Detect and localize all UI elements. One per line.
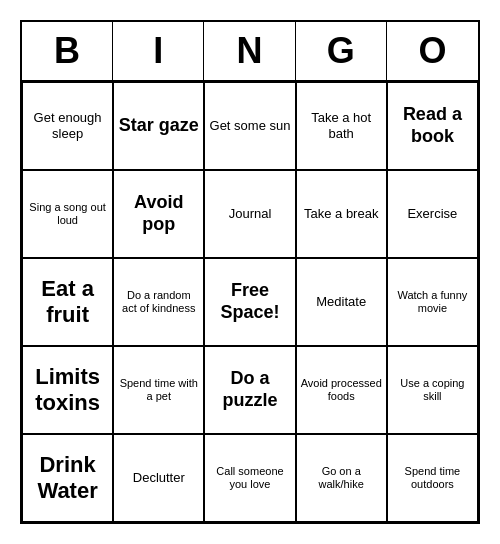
bingo-cell-2: Get some sun bbox=[204, 82, 295, 170]
bingo-cell-15: Limits toxins bbox=[22, 346, 113, 434]
bingo-cell-11: Do a random act of kindness bbox=[113, 258, 204, 346]
bingo-card: BINGO Get enough sleepStar gazeGet some … bbox=[20, 20, 480, 524]
bingo-cell-9: Exercise bbox=[387, 170, 478, 258]
bingo-cell-5: Sing a song out loud bbox=[22, 170, 113, 258]
bingo-cell-7: Journal bbox=[204, 170, 295, 258]
bingo-cell-16: Spend time with a pet bbox=[113, 346, 204, 434]
bingo-cell-3: Take a hot bath bbox=[296, 82, 387, 170]
bingo-cell-21: Declutter bbox=[113, 434, 204, 522]
bingo-cell-17: Do a puzzle bbox=[204, 346, 295, 434]
bingo-header: BINGO bbox=[22, 22, 478, 82]
bingo-cell-0: Get enough sleep bbox=[22, 82, 113, 170]
bingo-cell-22: Call someone you love bbox=[204, 434, 295, 522]
bingo-cell-19: Use a coping skill bbox=[387, 346, 478, 434]
bingo-cell-8: Take a break bbox=[296, 170, 387, 258]
header-letter-N: N bbox=[204, 22, 295, 80]
bingo-cell-1: Star gaze bbox=[113, 82, 204, 170]
bingo-grid: Get enough sleepStar gazeGet some sunTak… bbox=[22, 82, 478, 522]
header-letter-G: G bbox=[296, 22, 387, 80]
header-letter-O: O bbox=[387, 22, 478, 80]
bingo-cell-13: Meditate bbox=[296, 258, 387, 346]
bingo-cell-10: Eat a fruit bbox=[22, 258, 113, 346]
bingo-cell-20: Drink Water bbox=[22, 434, 113, 522]
bingo-cell-23: Go on a walk/hike bbox=[296, 434, 387, 522]
bingo-cell-14: Watch a funny movie bbox=[387, 258, 478, 346]
header-letter-B: B bbox=[22, 22, 113, 80]
bingo-cell-12: Free Space! bbox=[204, 258, 295, 346]
bingo-cell-18: Avoid processed foods bbox=[296, 346, 387, 434]
bingo-cell-4: Read a book bbox=[387, 82, 478, 170]
header-letter-I: I bbox=[113, 22, 204, 80]
bingo-cell-24: Spend time outdoors bbox=[387, 434, 478, 522]
bingo-cell-6: Avoid pop bbox=[113, 170, 204, 258]
